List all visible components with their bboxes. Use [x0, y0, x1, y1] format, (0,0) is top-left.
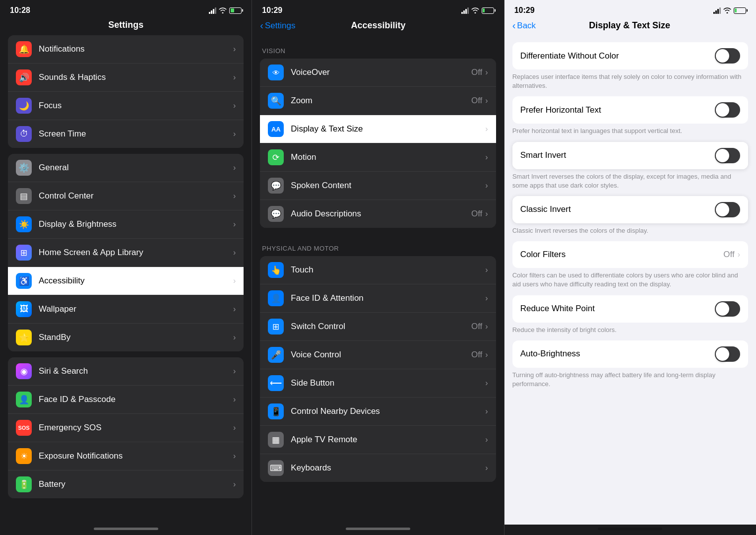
toggle-auto-brightness[interactable] [715, 346, 740, 362]
row-voicecontrol[interactable]: 🎤 Voice Control Off › [260, 341, 496, 369]
chevron-sounds: › [233, 73, 236, 82]
chevron-displaytextsize: › [485, 125, 488, 134]
group-siri: ◉ Siri & Search › 👤 Face ID & Passcode ›… [8, 357, 244, 498]
row-spokencontent[interactable]: 💬 Spoken Content › [260, 172, 496, 200]
toggle-smart-invert[interactable] [715, 148, 740, 163]
row-homescreen[interactable]: ⊞ Home Screen & App Library › [8, 239, 244, 267]
toggle-classic-invert[interactable] [715, 202, 740, 217]
chevron-zoom: › [485, 96, 488, 105]
row-classic-invert[interactable]: Classic Invert [512, 196, 748, 223]
panel-settings: 10:28 Settings 🔔 Notifications › [0, 0, 252, 535]
time-1: 10:28 [10, 6, 30, 15]
exposure-icon: ☀ [16, 448, 32, 464]
vision-header: VISION [252, 36, 504, 59]
accessibility-list[interactable]: VISION 👁 VoiceOver Off › 🔍 Zoom Off › AA… [252, 36, 504, 525]
general-label: General [39, 163, 233, 173]
display-text-list[interactable]: Differentiate Without Color Replaces use… [504, 36, 756, 525]
physical-header: PHYSICAL AND MOTOR [252, 234, 504, 256]
row-zoom[interactable]: 🔍 Zoom Off › [260, 87, 496, 115]
chevron-focus: › [233, 101, 236, 110]
chevron-audiodesc: › [485, 209, 488, 218]
group-smart-invert: Smart Invert [512, 142, 748, 169]
sounds-label: Sounds & Haptics [39, 72, 233, 82]
row-smart-invert[interactable]: Smart Invert [512, 142, 748, 169]
sidebutton-icon: ⟵ [268, 375, 284, 391]
row-standby[interactable]: ⭐ StandBy › [8, 324, 244, 351]
chevron-switchcontrol: › [485, 322, 488, 331]
row-focus[interactable]: 🌙 Focus › [8, 92, 244, 120]
row-general[interactable]: ⚙️ General › [8, 154, 244, 182]
chevron-controlcenter: › [233, 192, 236, 201]
back-label-3: Back [517, 21, 536, 31]
row-screentime[interactable]: ⏱ Screen Time › [8, 120, 244, 148]
row-accessibility[interactable]: ♿ Accessibility › [8, 267, 244, 295]
back-label-2: Settings [265, 21, 295, 31]
sidebutton-label: Side Button [291, 378, 485, 388]
row-color-filters[interactable]: Color Filters Off › [512, 241, 748, 268]
row-faceidattention[interactable]: 👤 Face ID & Attention › [260, 284, 496, 313]
time-2: 10:29 [262, 6, 282, 15]
chevron-touch: › [485, 266, 488, 274]
row-motion[interactable]: ⟳ Motion › [260, 143, 496, 172]
voiceover-icon: 👁 [268, 65, 284, 80]
home-indicator-3 [598, 528, 662, 530]
audiodesc-icon: 💬 [268, 206, 284, 222]
motion-icon: ⟳ [268, 149, 284, 165]
row-prefer-horizontal[interactable]: Prefer Horizontal Text [512, 96, 748, 124]
motion-label: Motion [291, 152, 485, 162]
row-voiceover[interactable]: 👁 VoiceOver Off › [260, 59, 496, 87]
row-battery[interactable]: 🔋 Battery › [8, 470, 244, 498]
settings-list-1[interactable]: 🔔 Notifications › 🔊 Sounds & Haptics › 🌙… [0, 35, 252, 525]
row-sounds[interactable]: 🔊 Sounds & Haptics › [8, 64, 244, 92]
chevron-controlnearby: › [485, 407, 488, 416]
row-diff-color[interactable]: Differentiate Without Color [512, 42, 748, 69]
exposure-label: Exposure Notifications [39, 451, 233, 461]
row-faceid[interactable]: 👤 Face ID & Passcode › [8, 386, 244, 414]
controlcenter-label: Control Center [39, 191, 233, 201]
row-reduce-white[interactable]: Reduce White Point [512, 295, 748, 323]
row-audiodesc[interactable]: 💬 Audio Descriptions Off › [260, 200, 496, 228]
row-auto-brightness[interactable]: Auto-Brightness [512, 340, 748, 368]
battery-row-icon: 🔋 [16, 476, 32, 492]
zoom-label: Zoom [291, 96, 471, 106]
toggle-prefer-horizontal[interactable] [715, 102, 740, 118]
row-touch[interactable]: 👆 Touch › [260, 256, 496, 284]
row-exposure[interactable]: ☀ Exposure Notifications › [8, 442, 244, 470]
standby-icon: ⭐ [16, 330, 32, 345]
chevron-keyboards: › [485, 464, 488, 472]
row-displaytextsize[interactable]: AA Display & Text Size › [260, 115, 496, 143]
row-switchcontrol[interactable]: ⊞ Switch Control Off › [260, 313, 496, 341]
nav-bar-2: ‹ Settings Accessibility [252, 18, 504, 36]
switchcontrol-label: Switch Control [291, 322, 471, 332]
row-notifications[interactable]: 🔔 Notifications › [8, 35, 244, 64]
row-controlcenter[interactable]: ▤ Control Center › [8, 182, 244, 210]
row-sirisearch[interactable]: ◉ Siri & Search › [8, 357, 244, 386]
keyboards-label: Keyboards [291, 463, 485, 473]
row-wallpaper[interactable]: 🖼 Wallpaper › [8, 295, 244, 324]
prefer-horizontal-label: Prefer Horizontal Text [520, 105, 715, 115]
spokencontent-icon: 💬 [268, 178, 284, 194]
chevron-siri: › [233, 367, 236, 376]
back-button-2[interactable]: ‹ Settings [260, 20, 295, 31]
smart-invert-label: Smart Invert [520, 150, 715, 160]
classic-invert-label: Classic Invert [520, 204, 715, 214]
general-icon: ⚙️ [16, 160, 32, 176]
row-controlnearby[interactable]: 📱 Control Nearby Devices › [260, 398, 496, 426]
status-bar-2: 10:29 [252, 0, 504, 18]
toggle-diff-color[interactable] [715, 48, 740, 64]
status-bar-1: 10:28 [0, 0, 252, 18]
row-emergencysos[interactable]: SOS Emergency SOS › [8, 414, 244, 442]
back-button-3[interactable]: ‹ Back [512, 20, 536, 31]
toggle-reduce-white[interactable] [715, 301, 740, 317]
voicecontrol-icon: 🎤 [268, 347, 284, 363]
row-appletvremote[interactable]: ▦ Apple TV Remote › [260, 426, 496, 454]
signal-icon-1 [209, 7, 216, 14]
row-keyboards[interactable]: ⌨ Keyboards › [260, 454, 496, 482]
row-displaybrightness[interactable]: ☀️ Display & Brightness › [8, 210, 244, 239]
displaybrightness-icon: ☀️ [16, 216, 32, 232]
siri-label: Siri & Search [39, 366, 233, 376]
display-nav-title: Display & Text Size [536, 20, 723, 31]
row-sidebutton[interactable]: ⟵ Side Button › [260, 369, 496, 398]
accessibility-label: Accessibility [39, 276, 233, 286]
wallpaper-icon: 🖼 [16, 301, 32, 317]
